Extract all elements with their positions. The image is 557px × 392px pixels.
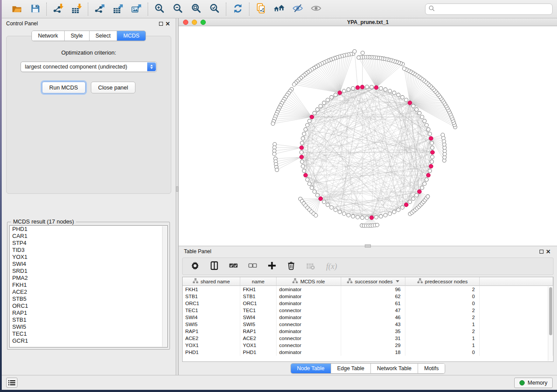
control-panel: Control Panel ✕ NetworkStyleSelectMCDS O… (2, 18, 176, 375)
memory-button[interactable]: Memory (514, 378, 553, 388)
vertical-splitter[interactable] (176, 18, 179, 375)
vertical-splitter-grip[interactable] (176, 186, 178, 192)
table-cell (480, 286, 553, 293)
tab-network[interactable]: Network (32, 31, 65, 41)
tab-style[interactable]: Style (65, 31, 90, 41)
tab-motifs[interactable]: Motifs (418, 364, 445, 373)
table-cell: dominator (277, 349, 341, 356)
network-canvas[interactable] (179, 26, 557, 246)
network-from-selection-button[interactable] (255, 3, 267, 15)
table-row[interactable]: FKH1FKH1dominator962 (183, 286, 553, 293)
table-scrollbar-thumb[interactable] (549, 287, 552, 335)
table-cell: 62 (341, 293, 405, 300)
show-hidden-button[interactable] (310, 3, 322, 15)
save-button[interactable] (29, 3, 41, 15)
mcds-result-item[interactable]: SWI4 (10, 261, 167, 268)
table-row[interactable]: SWI4SWI4dominator462 (183, 314, 553, 321)
column-header-predecessor-nodes[interactable]: predecessor nodes (405, 277, 480, 286)
tab-node-table[interactable]: Node Table (291, 364, 331, 373)
export-network-button[interactable] (93, 3, 106, 15)
tab-edge-table[interactable]: Edge Table (331, 364, 371, 373)
mcds-result-item[interactable]: CAR1 (10, 233, 167, 240)
table-row[interactable]: YOX1YOX1connector291 (183, 342, 553, 349)
column-header-shared-name[interactable]: shared name (183, 277, 240, 286)
window-maximize-icon[interactable] (201, 20, 206, 25)
mcds-result-item[interactable]: PHD1 (10, 226, 167, 233)
window-close-icon[interactable] (183, 20, 188, 25)
mcds-result-item[interactable]: FKH1 (10, 282, 167, 289)
table-row[interactable]: PHD1PHD1dominator180 (183, 349, 553, 356)
window-minimize-icon[interactable] (192, 20, 197, 25)
column-header-MCDS-role[interactable]: MCDS role (277, 277, 341, 286)
search-box[interactable] (425, 3, 553, 15)
table-toolbar: f(x) (182, 258, 554, 275)
mcds-result-item[interactable]: YOX1 (10, 254, 167, 261)
horizontal-splitter-grip[interactable] (365, 244, 371, 248)
zoom-out-button[interactable] (172, 3, 184, 15)
column-header-successor-nodes[interactable]: successor nodes (341, 277, 405, 286)
mcds-result-item[interactable]: STP4 (10, 240, 167, 247)
show-neighbors-button[interactable] (273, 3, 285, 15)
column-header-name[interactable]: name (240, 277, 277, 286)
add-column-button[interactable] (266, 261, 277, 272)
settings-gear-button[interactable] (190, 261, 200, 272)
zoom-selected-button[interactable] (208, 3, 221, 15)
mcds-result-item[interactable]: GCR1 (10, 337, 167, 344)
mcds-result-item[interactable]: TID3 (10, 247, 167, 254)
table-row[interactable]: RAP1RAP1dominator352 (183, 328, 553, 335)
mcds-result-item[interactable]: TEC1 (10, 330, 167, 337)
float-panel-button[interactable] (157, 20, 164, 27)
close-panel-action-button[interactable]: Close panel (91, 82, 136, 93)
table-row[interactable]: SWI5SWI5connector431 (183, 321, 553, 328)
export-table-button[interactable] (112, 3, 124, 15)
mcds-result-list[interactable]: PHD1CAR1STP4TID3YOX1SWI4SRD1PMA2FKH1ACE2… (9, 225, 168, 347)
export-image-button[interactable] (130, 3, 142, 15)
memory-status-icon (519, 380, 525, 385)
mcds-list-scrollbar[interactable] (162, 226, 167, 347)
search-input[interactable] (437, 6, 549, 12)
mcds-result-item[interactable]: SRD1 (10, 268, 167, 275)
table-row[interactable]: ACE2ACE2connector311 (183, 335, 553, 342)
task-history-button[interactable] (6, 378, 17, 388)
run-mcds-button[interactable]: Run MCDS (42, 82, 86, 93)
zoom-fit-button[interactable] (190, 3, 202, 15)
network-nodes[interactable] (271, 50, 457, 228)
tab-select[interactable]: Select (90, 31, 118, 41)
mcds-result-item[interactable]: ACE2 (10, 289, 167, 296)
mcds-result-item[interactable]: ORC1 (10, 303, 167, 309)
import-table-button[interactable] (70, 3, 83, 15)
tab-mcds[interactable]: MCDS (117, 31, 145, 41)
import-network-button[interactable] (52, 3, 64, 15)
mcds-result-item[interactable]: SWI5 (10, 323, 167, 330)
mcds-result-item[interactable]: RAP1 (10, 309, 167, 316)
criterion-select[interactable]: largest connected component (undirected) (21, 62, 157, 72)
refresh-layout-button[interactable] (232, 3, 244, 15)
table-close-button[interactable]: ✕ (545, 248, 552, 255)
mcds-result-item[interactable]: STB1 (10, 316, 167, 323)
network-view-window: YPA_prune.txt_1 (179, 18, 557, 246)
select-all-button[interactable] (228, 261, 239, 272)
table-cell: SWI4 (240, 314, 277, 321)
table-row[interactable]: STB1STB1dominator620 (183, 293, 553, 300)
close-panel-button[interactable]: ✕ (164, 20, 171, 27)
mcds-result-item[interactable]: STB5 (10, 296, 167, 303)
delete-columns-button[interactable] (286, 261, 296, 272)
hide-selected-button[interactable] (291, 3, 304, 15)
mcds-result-item[interactable]: PMA2 (10, 275, 167, 282)
refresh-layout-icon (232, 3, 243, 15)
table-cell: YOX1 (183, 342, 240, 349)
table-scrollbar[interactable] (548, 286, 553, 361)
table-row[interactable]: TEC1TEC1connector472 (183, 307, 553, 314)
zoom-in-button[interactable] (153, 3, 166, 15)
table-float-button[interactable] (538, 248, 545, 255)
show-columns-button[interactable] (209, 261, 219, 272)
table-cell: 2 (405, 307, 480, 314)
network-graph (179, 26, 557, 246)
table-cell: 2 (405, 328, 480, 335)
open-file-button[interactable] (10, 3, 23, 15)
tab-network-table[interactable]: Network Table (371, 364, 418, 373)
settings-gear-icon (190, 261, 200, 272)
criterion-select-value: largest connected component (undirected) (25, 64, 127, 70)
unselect-all-button[interactable] (247, 261, 258, 272)
table-row[interactable]: ORC1ORC1dominator610 (183, 300, 553, 307)
